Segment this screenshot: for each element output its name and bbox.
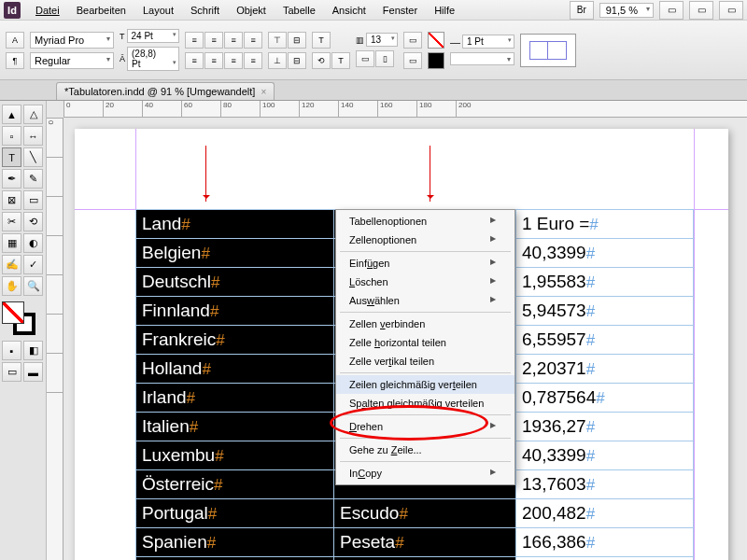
- rectangle-tool[interactable]: ▭: [23, 190, 43, 210]
- stroke-weight-field[interactable]: 1 Pt: [462, 35, 514, 49]
- zoom-dropdown[interactable]: 91,5 %: [599, 3, 654, 18]
- merge-cells-icon[interactable]: ▭: [356, 50, 374, 67]
- vertical-ruler: 0: [47, 118, 63, 560]
- page-tool[interactable]: ▫: [2, 126, 21, 146]
- menu-item[interactable]: InCopy▶: [336, 464, 514, 483]
- menu-item[interactable]: Zelle vertikal teilen: [336, 352, 514, 371]
- menu-item[interactable]: Zellenoptionen▶: [336, 231, 514, 249]
- valign-top-icon[interactable]: ⊤: [268, 32, 287, 49]
- menu-layout[interactable]: Layout: [135, 3, 181, 18]
- fill-stroke-control[interactable]: [2, 301, 41, 335]
- cell-option-1-icon[interactable]: ▭: [403, 32, 422, 49]
- note-tool[interactable]: ✍: [2, 255, 21, 274]
- apply-gradient-icon[interactable]: ◧: [23, 341, 43, 360]
- align-justify-left-icon[interactable]: ≡: [185, 52, 204, 69]
- menu-datei[interactable]: Datei: [28, 3, 67, 18]
- font-size-field[interactable]: 24 Pt: [127, 29, 179, 43]
- zoom-tool[interactable]: 🔍: [23, 276, 43, 296]
- canvas[interactable]: 020406080100120140160180200 0 Land#1 Eur…: [47, 101, 747, 560]
- arrange-button[interactable]: ▭: [719, 1, 743, 20]
- free-transform-tool[interactable]: ⟲: [23, 212, 43, 231]
- leading-field[interactable]: (28,8) Pt: [127, 47, 179, 71]
- cell-stroke-preview[interactable]: [520, 34, 576, 67]
- view-mode-preview-icon[interactable]: ▬: [23, 362, 43, 382]
- menu-item[interactable]: Einfügen▶: [336, 254, 514, 273]
- stroke-style-dropdown[interactable]: [450, 52, 514, 65]
- valign-justify-icon[interactable]: ⊟: [288, 52, 306, 69]
- context-menu: Tabellenoptionen▶Zellenoptionen▶Einfügen…: [335, 209, 515, 485]
- app-logo: Id: [4, 2, 21, 19]
- align-justify-icon[interactable]: ≡: [244, 32, 262, 49]
- scissors-tool[interactable]: ✂: [2, 212, 21, 231]
- guide: [694, 129, 695, 560]
- align-left-icon[interactable]: ≡: [185, 32, 204, 49]
- table-row[interactable]: [136, 557, 694, 561]
- page: Land#1 Euro =#Belgien#40,3399#Deutschl#1…: [75, 129, 728, 560]
- align-right-icon[interactable]: ≡: [224, 32, 243, 49]
- menu-bearbeiten[interactable]: Bearbeiten: [69, 3, 134, 18]
- close-icon[interactable]: ×: [261, 87, 266, 97]
- rotate-text-icon[interactable]: ⟲: [312, 52, 331, 69]
- text-direction-icon[interactable]: T: [331, 52, 350, 69]
- menu-item[interactable]: Auswählen▶: [336, 291, 514, 310]
- menu-item[interactable]: Drehen▶: [336, 417, 514, 436]
- para-mode-icon[interactable]: ¶: [6, 52, 24, 69]
- font-style-dropdown[interactable]: Regular: [30, 52, 114, 69]
- menu-tabelle[interactable]: Tabelle: [275, 3, 323, 18]
- annotation-arrow: [430, 146, 430, 202]
- align-justify-right-icon[interactable]: ≡: [224, 52, 243, 69]
- menu-item[interactable]: Gehe zu Zeile...: [336, 441, 514, 459]
- split-cells-icon[interactable]: ▯: [375, 50, 394, 67]
- direct-selection-tool[interactable]: △: [23, 105, 43, 124]
- annotation-arrow: [205, 146, 206, 202]
- align-justify-full-icon[interactable]: ≡: [244, 52, 262, 69]
- pencil-tool[interactable]: ✎: [23, 169, 43, 189]
- type-tool[interactable]: T: [2, 147, 21, 167]
- rows-field[interactable]: 13: [366, 33, 398, 47]
- gap-tool[interactable]: ↔: [23, 126, 43, 146]
- hand-tool[interactable]: ✋: [2, 276, 21, 296]
- align-justify-center-icon[interactable]: ≡: [204, 52, 223, 69]
- selection-tool[interactable]: ▲: [2, 105, 21, 124]
- workspace: ▲△ ▫↔ T╲ ✒✎ ⊠▭ ✂⟲ ▦◐ ✍✓ ✋🔍 ▪◧ ▭▬ 0204060…: [0, 101, 747, 560]
- horizontal-ruler: 020406080100120140160180200: [63, 101, 747, 118]
- screen-mode-button[interactable]: ▭: [689, 1, 713, 20]
- fill-swatch[interactable]: [428, 32, 444, 49]
- vertical-text-icon[interactable]: T: [312, 32, 331, 49]
- columns-icon: ▥: [356, 35, 364, 45]
- line-tool[interactable]: ╲: [23, 147, 43, 167]
- control-panel: A ¶ Myriad Pro Regular T24 Pt Ā(28,8) Pt…: [0, 21, 747, 80]
- bridge-button[interactable]: Br: [570, 1, 594, 20]
- toolbox: ▲△ ▫↔ T╲ ✒✎ ⊠▭ ✂⟲ ▦◐ ✍✓ ✋🔍 ▪◧ ▭▬: [0, 101, 47, 560]
- menu-hilfe[interactable]: Hilfe: [427, 3, 462, 18]
- menu-item[interactable]: Zellen verbinden: [336, 315, 514, 333]
- stroke-swatch[interactable]: [428, 52, 444, 69]
- fill-box[interactable]: [2, 301, 24, 324]
- align-center-icon[interactable]: ≡: [204, 32, 223, 49]
- menu-ansicht[interactable]: Ansicht: [325, 3, 374, 18]
- view-mode-normal-icon[interactable]: ▭: [2, 362, 21, 382]
- gradient-feather-tool[interactable]: ◐: [23, 233, 43, 253]
- table-row[interactable]: Spanien#Peseta#166,386#: [136, 528, 694, 557]
- menu-fenster[interactable]: Fenster: [375, 3, 425, 18]
- valign-bottom-icon[interactable]: ⊥: [268, 52, 287, 69]
- gradient-swatch-tool[interactable]: ▦: [2, 233, 21, 253]
- valign-middle-icon[interactable]: ⊟: [288, 32, 306, 49]
- menu-item[interactable]: Löschen▶: [336, 273, 514, 291]
- cell-option-2-icon[interactable]: ▭: [403, 52, 422, 69]
- table-row[interactable]: Portugal#Escudo#200,482#: [136, 499, 694, 528]
- eyedropper-tool[interactable]: ✓: [23, 255, 43, 274]
- menu-item[interactable]: Tabellenoptionen▶: [336, 212, 514, 231]
- font-family-dropdown[interactable]: Myriad Pro: [30, 32, 114, 49]
- menu-schrift[interactable]: Schrift: [183, 3, 227, 18]
- menu-item[interactable]: Spalten gleichmäßig verteilen: [336, 394, 514, 413]
- document-tab[interactable]: *Tabulatoren.indd @ 91 % [Umgewandelt] ×: [56, 82, 275, 100]
- char-mode-icon[interactable]: A: [6, 32, 24, 49]
- pen-tool[interactable]: ✒: [2, 169, 21, 189]
- apply-color-icon[interactable]: ▪: [2, 341, 21, 360]
- view-mode-button[interactable]: ▭: [659, 1, 684, 20]
- rectangle-frame-tool[interactable]: ⊠: [2, 190, 21, 210]
- menu-item[interactable]: Zelle horizontal teilen: [336, 333, 514, 352]
- menu-item[interactable]: Zeilen gleichmäßig verteilen: [336, 375, 514, 394]
- menu-objekt[interactable]: Objekt: [229, 3, 274, 18]
